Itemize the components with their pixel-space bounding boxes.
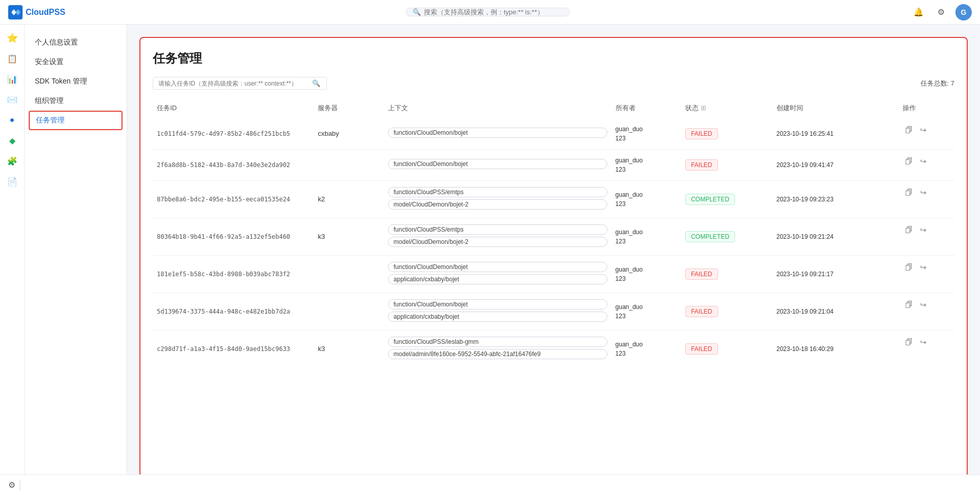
page-title: 任务管理 — [153, 50, 954, 67]
context-cell: function/CloudDemon/bojet — [384, 149, 611, 180]
actions-cell: 🗍↪ — [899, 150, 940, 173]
sidebar-icon-puzzle[interactable]: 🧩 — [3, 152, 22, 170]
table-row: 5d139674-3375-444a-948c-e482e1bb7d2afunc… — [153, 293, 954, 330]
table-row: 87bbe8a6-bdc2-495e-b155-eeca01535e24k2fu… — [153, 180, 954, 218]
actions-cell: 🗍↪ — [899, 293, 940, 317]
created-at-cell: 2023-10-19 09:23:23 — [772, 180, 899, 218]
actions-cell: 🗍↪ — [899, 331, 940, 354]
sidebar-icon-doc[interactable]: 📄 — [3, 172, 22, 191]
redirect-action-button[interactable]: ↪ — [917, 187, 929, 198]
created-at-cell: 2023-10-18 16:40:29 — [772, 330, 899, 367]
table-header-row: 任务ID 服务器 上下文 所有者 状态 ⊞ 创建时间 操作 — [153, 98, 954, 118]
col-header-status: 状态 ⊞ — [681, 98, 772, 118]
sidebar-icon-home[interactable]: ⭐ — [3, 29, 22, 47]
sidebar-menu-task[interactable]: 任务管理 — [29, 111, 122, 130]
copy-action-button[interactable]: 🗍 — [903, 224, 915, 235]
body-wrap: ⭐ 📋 📊 ✉️ ● ◆ 🧩 📄 个人信息设置 安全设置 SDK Token 管… — [0, 25, 980, 475]
bottom-bar: ⚙ — [0, 475, 980, 495]
context-cell: function/CloudDemon/bojetapplication/cxb… — [384, 255, 611, 293]
context-cell: function/CloudDemon/bojet — [384, 118, 611, 150]
status-cell: FAILED — [681, 149, 772, 180]
redirect-action-button[interactable]: ↪ — [917, 156, 929, 167]
sidebar-icons: ⭐ 📋 📊 ✉️ ● ◆ 🧩 📄 — [0, 25, 25, 475]
actions-cell: 🗍↪ — [899, 256, 940, 279]
redirect-action-button[interactable]: ↪ — [917, 224, 929, 236]
task-table-body: 1c011fd4-579c-4d97-85b2-486cf251bcb5cxba… — [153, 118, 954, 367]
sidebar-icon-blue[interactable]: ● — [3, 111, 22, 129]
sidebar-icon-green[interactable]: ◆ — [3, 131, 22, 150]
server-cell — [314, 293, 384, 330]
created-at-cell: 2023-10-19 09:41:47 — [772, 149, 899, 180]
task-id-cell: 87bbe8a6-bdc2-495e-b155-eeca01535e24 — [153, 180, 314, 218]
status-cell: FAILED — [681, 118, 772, 150]
status-badge: FAILED — [685, 159, 718, 171]
status-badge: FAILED — [685, 306, 718, 317]
redirect-action-button[interactable]: ↪ — [917, 262, 929, 273]
context-tag: function/CloudPSS/emtps — [388, 187, 607, 197]
copy-action-button[interactable]: 🗍 — [903, 337, 915, 347]
task-filter-input[interactable] — [158, 80, 312, 87]
server-cell: cxbaby — [314, 118, 384, 150]
search-input[interactable] — [424, 8, 557, 16]
col-header-id: 任务ID — [153, 98, 314, 118]
logo-text: CloudPSS — [26, 8, 65, 17]
context-tag: function/CloudDemon/bojet — [388, 262, 607, 272]
task-id-cell: 2f6a8d8b-5182-443b-8a7d-340e3e2da902 — [153, 149, 314, 180]
col-header-owner: 所有者 — [611, 98, 682, 118]
sidebar-icon-task[interactable]: 📋 — [3, 49, 22, 68]
task-id-cell: 5d139674-3375-444a-948c-e482e1bb7d2a — [153, 293, 314, 330]
redirect-action-button[interactable]: ↪ — [917, 125, 929, 136]
context-tag: model/admin/8fe160ce-5952-5549-abfc-21af… — [388, 349, 607, 359]
context-tag: function/CloudDemon/bojet — [388, 299, 607, 310]
created-at-cell: 2023-10-19 09:21:04 — [772, 293, 899, 330]
copy-action-button[interactable]: 🗍 — [903, 262, 915, 273]
col-header-context: 上下文 — [384, 98, 611, 118]
notification-icon[interactable]: 🔔 — [910, 4, 927, 20]
status-cell: FAILED — [681, 293, 772, 330]
owner-cell: guan_duo123 — [611, 255, 682, 293]
owner-cell: guan_duo123 — [611, 149, 682, 180]
status-cell: COMPLETED — [681, 218, 772, 255]
context-tag: function/CloudDemon/bojet — [388, 159, 607, 169]
context-tag: function/CloudPSS/ieslab-gmm — [388, 337, 607, 347]
sidebar-icon-message[interactable]: ✉️ — [3, 90, 22, 109]
redirect-action-button[interactable]: ↪ — [917, 299, 929, 311]
copy-action-button[interactable]: 🗍 — [903, 299, 915, 310]
context-tag: application/cxbaby/bojet — [388, 312, 607, 322]
task-table: 任务ID 服务器 上下文 所有者 状态 ⊞ 创建时间 操作 1c011fd4-5… — [153, 98, 954, 367]
copy-action-button[interactable]: 🗍 — [903, 156, 915, 167]
context-tag: application/cxbaby/bojet — [388, 274, 607, 284]
settings-icon[interactable]: ⚙ — [933, 4, 949, 20]
server-cell: k2 — [314, 180, 384, 218]
table-row: 2f6a8d8b-5182-443b-8a7d-340e3e2da902func… — [153, 149, 954, 180]
sidebar-menu-profile[interactable]: 个人信息设置 — [25, 33, 127, 52]
logo: CloudPSS — [8, 5, 65, 19]
owner-cell: guan_duo123 — [611, 180, 682, 218]
context-cell: function/CloudPSS/emtpsmodel/CloudDemon/… — [384, 218, 611, 255]
redirect-action-button[interactable]: ↪ — [917, 337, 929, 348]
context-tag: model/CloudDemon/bojet-2 — [388, 237, 607, 247]
created-at-cell: 2023-10-19 16:25:41 — [772, 118, 899, 150]
search-bar[interactable]: 🔍 — [406, 8, 570, 16]
task-id-cell: 80364b18-9b41-4f66-92a5-a132ef5eb460 — [153, 218, 314, 255]
server-cell — [314, 149, 384, 180]
status-badge: COMPLETED — [685, 194, 735, 205]
copy-action-button[interactable]: 🗍 — [903, 187, 915, 198]
server-cell: k3 — [314, 330, 384, 367]
top-nav-icons: 🔔 ⚙ G — [910, 4, 972, 20]
filter-input-wrap[interactable]: 🔍 — [153, 77, 327, 90]
status-filter-icon[interactable]: ⊞ — [701, 104, 706, 112]
sidebar-menu-sdk-token[interactable]: SDK Token 管理 — [25, 72, 127, 91]
bottom-gear-icon[interactable]: ⚙ — [8, 480, 15, 490]
sidebar-menu-org[interactable]: 组织管理 — [25, 91, 127, 111]
sidebar-menu-security[interactable]: 安全设置 — [25, 52, 127, 72]
task-id-cell: 181e1ef5-b58c-43bd-8988-b039abc783f2 — [153, 255, 314, 293]
task-id-cell: c298d71f-a1a3-4f15-84d0-9aed15bc9633 — [153, 330, 314, 367]
context-cell: function/CloudPSS/emtpsmodel/CloudDemon/… — [384, 180, 611, 218]
owner-cell: guan_duo123 — [611, 293, 682, 330]
col-header-time: 创建时间 — [772, 98, 899, 118]
copy-action-button[interactable]: 🗍 — [903, 125, 915, 135]
status-cell: COMPLETED — [681, 180, 772, 218]
sidebar-icon-chart[interactable]: 📊 — [3, 70, 22, 88]
avatar[interactable]: G — [955, 4, 972, 20]
